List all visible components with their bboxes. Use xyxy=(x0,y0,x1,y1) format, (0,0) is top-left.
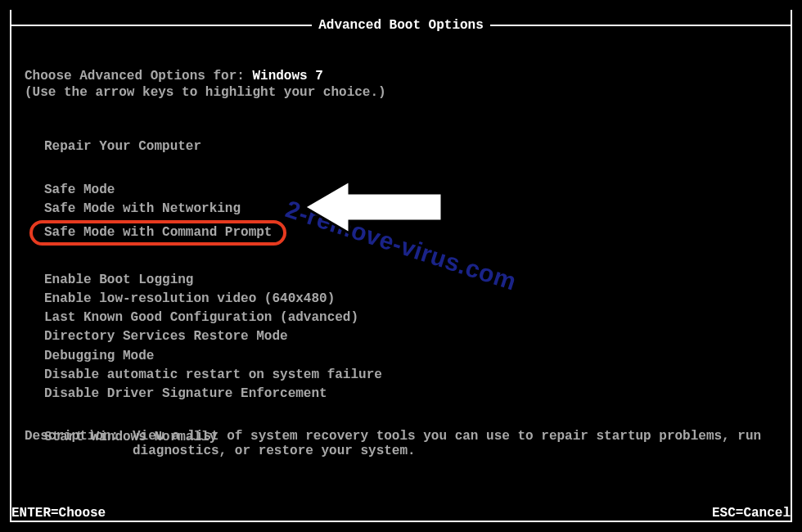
option-last-known-good[interactable]: Last Known Good Configuration (advanced) xyxy=(44,309,358,327)
choose-line: Choose Advanced Options for: Windows 7 xyxy=(25,69,777,83)
option-safe-mode-command-prompt[interactable]: Safe Mode with Command Prompt xyxy=(29,220,286,246)
option-debugging-mode[interactable]: Debugging Mode xyxy=(44,347,154,366)
option-disable-driver-sig[interactable]: Disable Driver Signature Enforcement xyxy=(44,385,327,404)
footer-esc: ESC=Cancel xyxy=(712,506,791,521)
option-repair-your-computer[interactable]: Repair Your Computer xyxy=(44,138,201,156)
description-block: Description: View a list of system recov… xyxy=(25,429,802,458)
footer: ENTER=Choose ESC=Cancel xyxy=(11,506,791,521)
option-safe-mode-networking[interactable]: Safe Mode with Networking xyxy=(44,200,241,219)
option-group-0: Repair Your Computer xyxy=(44,138,777,156)
option-ds-restore-mode[interactable]: Directory Services Restore Mode xyxy=(44,327,288,346)
choose-label: Choose Advanced Options for: xyxy=(25,69,252,83)
footer-enter: ENTER=Choose xyxy=(11,506,106,521)
option-enable-boot-logging[interactable]: Enable Boot Logging xyxy=(44,271,193,290)
instruction-text: (Use the arrow keys to highlight your ch… xyxy=(25,85,777,100)
option-safe-mode[interactable]: Safe Mode xyxy=(44,181,115,200)
option-group-1: Safe Mode Safe Mode with Networking Safe… xyxy=(44,181,777,246)
description-text: View a list of system recovery tools you… xyxy=(133,429,802,458)
os-name: Windows 7 xyxy=(252,69,322,83)
option-group-2: Enable Boot Logging Enable low-resolutio… xyxy=(44,271,777,404)
option-disable-auto-restart[interactable]: Disable automatic restart on system fail… xyxy=(44,366,382,385)
content: Choose Advanced Options for: Windows 7 (… xyxy=(25,69,777,447)
option-low-res-video[interactable]: Enable low-resolution video (640x480) xyxy=(44,290,335,309)
description-label: Description: xyxy=(25,429,133,458)
